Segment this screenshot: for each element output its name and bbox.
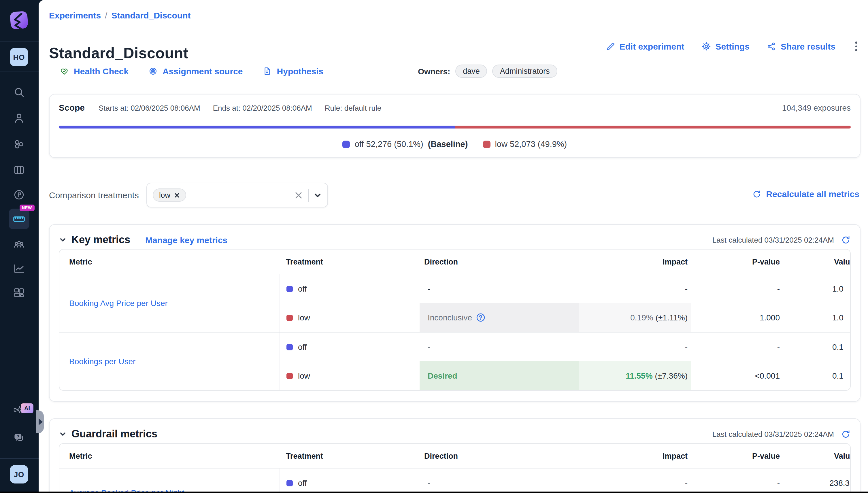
hypothesis-link[interactable]: Hypothesis	[262, 66, 324, 76]
last-calculated-label: Last calculated 03/31/2025 02:24AM	[712, 430, 834, 438]
workspace-badge[interactable]: HO	[10, 48, 28, 66]
layers-columns-icon[interactable]	[13, 164, 25, 176]
sidebar-divider	[0, 458, 39, 459]
sidebar-divider	[0, 42, 39, 42]
pulse-flag-icon[interactable]	[13, 189, 25, 201]
legend-item-off: off 52,276 (50.1%) (Baseline)	[343, 140, 468, 149]
treatment-swatch-off	[287, 344, 293, 350]
feature-gates-icon[interactable]	[13, 138, 25, 150]
share-results-button[interactable]: Share results	[767, 42, 835, 51]
scope-exposures: 104,349 exposures	[782, 103, 851, 112]
guardrail-metrics-title: Guardrail metrics	[71, 428, 157, 440]
statsig-logo[interactable]	[10, 11, 28, 29]
sidebar-expand-handle[interactable]	[36, 410, 44, 433]
pencil-icon	[606, 42, 615, 51]
table-row: low	[280, 303, 420, 332]
metric-link[interactable]: Bookings per User	[69, 357, 135, 366]
refresh-icon[interactable]	[841, 235, 851, 244]
collapse-chevron-icon[interactable]	[59, 430, 67, 438]
settings-button[interactable]: Settings	[702, 42, 749, 51]
refresh-icon	[752, 189, 761, 198]
legend-swatch-off	[343, 140, 350, 148]
user-avatar[interactable]: JO	[10, 465, 28, 484]
health-check-link[interactable]: Health Check	[59, 66, 129, 76]
owners-label: Owners:	[418, 67, 450, 76]
table-row: off	[280, 274, 420, 303]
owner-pill-administrators[interactable]: Administrators	[492, 65, 557, 78]
table-header: Metric Treatment Direction Impact P-valu…	[59, 444, 850, 469]
new-badge: NEW	[20, 205, 34, 211]
treatment-chip-low[interactable]: low	[153, 189, 186, 202]
chip-remove-icon[interactable]	[174, 192, 179, 198]
breadcrumb-current[interactable]: Standard_Discount	[111, 10, 190, 20]
key-metrics-title: Key metrics	[71, 234, 130, 246]
allocation-legend: off 52,276 (50.1%) (Baseline) low 52,073…	[49, 140, 860, 149]
metric-cell: Average Booked Price per Night	[59, 469, 280, 493]
metric-group: Average Booked Price per Night off - - -…	[59, 469, 850, 493]
question-circle-icon[interactable]	[476, 313, 485, 322]
metrics-chart-icon[interactable]	[13, 262, 25, 275]
main-content: Experiments / Standard_Discount Standard…	[39, 0, 868, 493]
scope-card: Scope Starts at: 02/06/2025 08:06AM Ends…	[49, 94, 861, 158]
sidebar-divider	[0, 71, 39, 71]
breadcrumb-separator: /	[105, 10, 107, 20]
app-window: HO NEW	[0, 0, 868, 493]
breadcrumb-experiments[interactable]: Experiments	[49, 10, 101, 20]
page-title: Standard_Discount	[49, 45, 189, 63]
comparison-treatments-label: Comparison treatments	[49, 190, 139, 200]
treatment-swatch-low	[287, 372, 293, 379]
refresh-icon[interactable]	[841, 429, 851, 439]
edit-experiment-button[interactable]: Edit experiment	[606, 42, 684, 51]
key-metrics-section: Key metrics Manage key metrics Last calc…	[49, 224, 861, 402]
share-icon	[767, 42, 777, 51]
allocation-bar-off	[59, 126, 456, 129]
collapse-chevron-icon[interactable]	[59, 236, 67, 244]
metric-cell: Booking Avg Price per User	[59, 274, 280, 332]
breadcrumb: Experiments / Standard_Discount	[49, 10, 191, 20]
key-metrics-table: Metric Treatment Direction Impact P-valu…	[59, 249, 851, 391]
users-icon[interactable]	[13, 112, 25, 125]
table-row: off	[280, 333, 420, 361]
table-row: low	[280, 361, 420, 390]
legend-item-low: low 52,073 (49.9%)	[483, 140, 567, 149]
select-divider	[308, 189, 309, 201]
audiences-icon[interactable]	[13, 238, 25, 251]
heart-check-icon	[59, 66, 69, 76]
assignment-source-link[interactable]: Assignment source	[148, 66, 242, 76]
header-actions: Edit experiment Settings Share results	[606, 39, 859, 53]
owners: Owners: dave Administrators	[418, 65, 557, 78]
chevron-right-icon	[38, 419, 42, 425]
allocation-bar-low	[456, 126, 851, 129]
treatment-swatch-off	[287, 285, 293, 292]
treatment-swatch-off	[287, 480, 293, 486]
experiment-links-row: Health Check Assignment source Hypothesi…	[59, 65, 557, 78]
screen-edge	[0, 492, 868, 493]
sidebar: HO NEW	[0, 0, 39, 493]
metric-group: Booking Avg Price per User off - - - 1.0…	[59, 274, 850, 332]
manage-key-metrics-link[interactable]: Manage key metrics	[145, 235, 227, 244]
metric-link[interactable]: Booking Avg Price per User	[69, 299, 168, 308]
metric-cell: Bookings per User	[59, 333, 280, 390]
search-icon[interactable]	[13, 86, 25, 99]
gear-icon	[702, 42, 712, 51]
table-row: off	[280, 469, 420, 493]
svg-text:?: ?	[17, 434, 19, 439]
more-options-button[interactable]	[853, 39, 859, 53]
dashboards-grid-icon[interactable]	[13, 286, 25, 299]
scope-starts: Starts at: 02/06/2025 08:06AM	[99, 104, 200, 112]
allocation-bar	[59, 126, 851, 129]
scope-rule: Rule: default rule	[325, 104, 382, 112]
recalculate-all-metrics-button[interactable]: Recalculate all metrics	[752, 189, 859, 199]
guardrail-metrics-section: Guardrail metrics Last calculated 03/31/…	[49, 419, 861, 493]
comparison-treatments-select[interactable]: low	[146, 183, 328, 208]
last-calculated-label: Last calculated 03/31/2025 02:24AM	[712, 235, 834, 244]
scope-title: Scope	[59, 103, 85, 112]
select-clear-icon[interactable]	[295, 191, 302, 199]
document-icon	[262, 66, 272, 76]
chevron-down-icon[interactable]	[314, 191, 322, 199]
owner-pill-dave[interactable]: dave	[455, 65, 487, 78]
scope-ends: Ends at: 02/20/2025 08:06AM	[213, 104, 312, 112]
help-chat-icon[interactable]: ?	[13, 432, 25, 444]
guardrail-metrics-table: Metric Treatment Direction Impact P-valu…	[59, 443, 851, 493]
sidebar-item-experiments-active[interactable]	[9, 209, 29, 229]
